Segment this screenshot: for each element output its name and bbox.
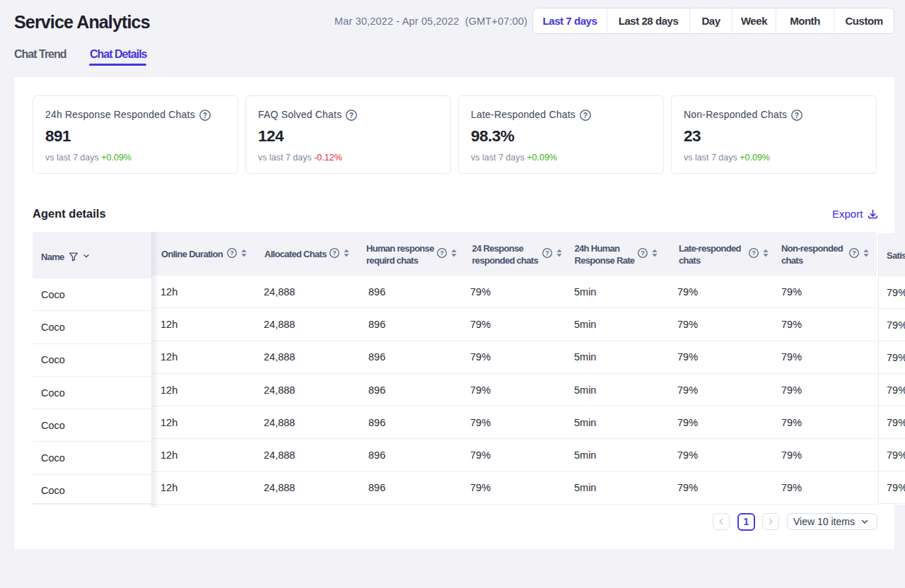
svg-text:?: ? — [203, 111, 207, 119]
svg-text:?: ? — [349, 111, 354, 119]
svg-text:?: ? — [752, 249, 756, 257]
svg-text:?: ? — [545, 249, 549, 257]
svg-text:?: ? — [641, 249, 645, 257]
svg-text:?: ? — [230, 249, 234, 257]
svg-text:?: ? — [440, 249, 444, 257]
svg-text:?: ? — [583, 111, 588, 119]
svg-text:?: ? — [795, 111, 799, 119]
svg-text:?: ? — [852, 249, 856, 257]
svg-text:?: ? — [332, 249, 337, 257]
